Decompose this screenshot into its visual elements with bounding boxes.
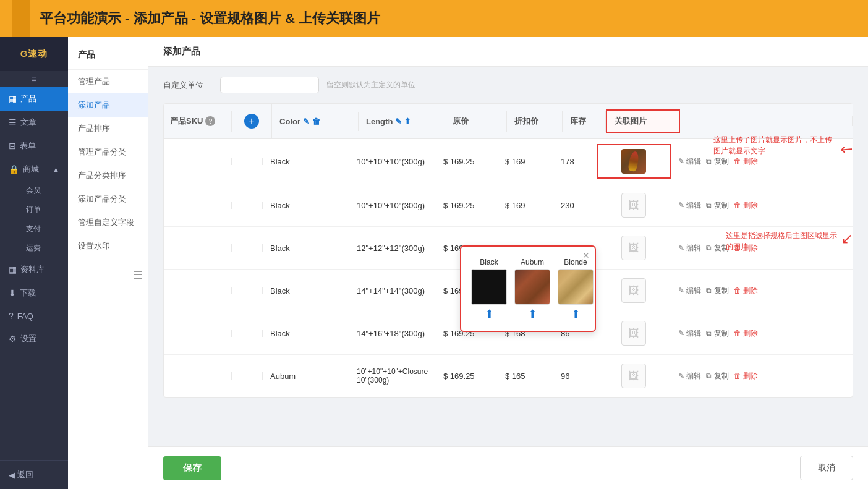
row5-edit-btn[interactable]: ✎ 编辑 bbox=[678, 328, 701, 339]
sidebar-item-product[interactable]: ▦ 产品 bbox=[0, 87, 68, 111]
sidebar-item-label-database: 资料库 bbox=[20, 264, 45, 275]
add-spec-button[interactable]: + bbox=[244, 114, 259, 129]
sub-sidebar-manage-category[interactable]: 管理产品分类 bbox=[68, 140, 148, 164]
row5-empty bbox=[164, 330, 232, 337]
swatch-blonde-box[interactable] bbox=[558, 269, 594, 305]
popup-close-button[interactable]: ✕ bbox=[582, 250, 590, 260]
back-icon: ◀ bbox=[9, 470, 15, 480]
row1-length: 10"+10"+10"(300g) bbox=[349, 153, 436, 170]
sidebar-item-database[interactable]: ▦ 资料库 bbox=[0, 258, 68, 281]
sub-sidebar-product-order[interactable]: 产品排序 bbox=[68, 117, 148, 140]
row6-related-img[interactable]: 🖼 bbox=[597, 360, 671, 392]
swatch-blonde-upload[interactable]: ⬆ bbox=[571, 307, 581, 321]
row1-copy-btn[interactable]: ⧉ 复制 bbox=[706, 156, 728, 167]
sub-sidebar-watermark[interactable]: 设置水印 bbox=[68, 234, 148, 258]
table-row: Black 10"+10"+10"(300g) $ 169.25 $ 169 1… bbox=[164, 139, 853, 184]
sidebar-item-label-article: 文章 bbox=[20, 117, 36, 128]
row5-copy-btn[interactable]: ⧉ 复制 bbox=[706, 328, 728, 339]
row4-empty2 bbox=[232, 287, 263, 294]
swatch-auburn-box[interactable] bbox=[514, 269, 550, 305]
length-upload-icon[interactable]: ⬆ bbox=[404, 117, 411, 125]
row1-related-img[interactable] bbox=[597, 144, 671, 179]
swatch-auburn-label: Aubum bbox=[521, 258, 544, 266]
row2-color: Black bbox=[263, 197, 349, 214]
sub-sidebar-custom-fields[interactable]: 管理自定义字段 bbox=[68, 211, 148, 234]
row5-delete-btn[interactable]: 🗑 删除 bbox=[734, 328, 758, 339]
sub-sidebar-category-order[interactable]: 产品分类排序 bbox=[68, 164, 148, 187]
row1-price: $ 169.25 bbox=[436, 153, 498, 170]
sidebar-sub-order[interactable]: 订单 bbox=[10, 200, 68, 219]
row2-delete-btn[interactable]: 🗑 删除 bbox=[734, 200, 758, 211]
row3-delete-btn[interactable]: 🗑 删除 bbox=[734, 243, 758, 253]
menu-icon[interactable]: ≡ bbox=[0, 71, 68, 87]
row4-edit-btn[interactable]: ✎ 编辑 bbox=[678, 286, 701, 296]
sidebar-item-form[interactable]: ⊟ 表单 bbox=[0, 134, 68, 158]
save-button[interactable]: 保存 bbox=[163, 456, 221, 480]
sidebar-sub-shipping[interactable]: 运费 bbox=[10, 239, 68, 258]
bottom-bar: 保存 取消 bbox=[148, 446, 868, 489]
article-icon: ☰ bbox=[9, 117, 17, 127]
row4-delete-btn[interactable]: 🗑 删除 bbox=[734, 286, 758, 296]
sidebar-item-article[interactable]: ☰ 文章 bbox=[0, 111, 68, 134]
color-edit-icon[interactable]: ✎ bbox=[303, 117, 310, 126]
row1-img-thumb bbox=[621, 149, 646, 174]
sub-sidebar-manage-product[interactable]: 管理产品 bbox=[68, 70, 148, 93]
row2-empty2 bbox=[232, 202, 263, 209]
sidebar-sub-member[interactable]: 会员 bbox=[10, 181, 68, 200]
content-header: 添加产品 bbox=[148, 37, 868, 67]
sku-label: 产品SKU bbox=[170, 116, 203, 127]
row6-edit-btn[interactable]: ✎ 编辑 bbox=[678, 371, 701, 381]
sidebar-item-settings[interactable]: ⚙ 设置 bbox=[0, 327, 68, 351]
row6-delete-btn[interactable]: 🗑 删除 bbox=[734, 371, 758, 381]
main-layout: G速动 ≡ ▦ 产品 ☰ 文章 ⊟ 表单 🔒 商城 ▲ 会员 订单 bbox=[0, 37, 868, 489]
cancel-button[interactable]: 取消 bbox=[800, 456, 853, 480]
img-placeholder: 🖼 bbox=[621, 278, 646, 303]
row6-empty2 bbox=[232, 372, 263, 380]
page-title: 添加产品 bbox=[163, 46, 200, 56]
row4-related-img[interactable]: 🖼 bbox=[597, 274, 671, 307]
row5-empty2 bbox=[232, 330, 263, 337]
faq-icon: ? bbox=[9, 311, 14, 321]
col-header-stock: 库存 bbox=[563, 111, 606, 132]
sub-sidebar: 产品 管理产品 添加产品 产品排序 管理产品分类 产品分类排序 添加产品分类 管… bbox=[68, 37, 148, 489]
row5-related-img[interactable]: 🖼 bbox=[597, 317, 671, 349]
row6-copy-btn[interactable]: ⧉ 复制 bbox=[706, 371, 728, 381]
row1-edit-btn[interactable]: ✎ 编辑 bbox=[678, 156, 701, 167]
row3-edit-btn[interactable]: ✎ 编辑 bbox=[678, 243, 701, 253]
sidebar-item-download[interactable]: ⬇ 下载 bbox=[0, 281, 68, 305]
row6-price: $ 169.25 bbox=[436, 368, 498, 385]
row2-copy-btn[interactable]: ⧉ 复制 bbox=[706, 200, 728, 211]
swatch-auburn-upload[interactable]: ⬆ bbox=[528, 307, 537, 321]
row1-delete-btn[interactable]: 🗑 删除 bbox=[734, 156, 758, 167]
row2-related-img[interactable]: 🖼 bbox=[597, 189, 671, 221]
row2-empty bbox=[164, 202, 232, 209]
sub-sidebar-add-category[interactable]: 添加产品分类 bbox=[68, 187, 148, 211]
row6-actions: ✎ 编辑 ⧉ 复制 🗑 删除 bbox=[671, 367, 853, 385]
sidebar-sub-payment[interactable]: 支付 bbox=[10, 219, 68, 239]
sidebar-item-label-form: 表单 bbox=[20, 140, 36, 151]
row3-copy-btn[interactable]: ⧉ 复制 bbox=[706, 243, 728, 253]
swatch-black-label: Black bbox=[480, 258, 498, 266]
sidebar-item-shop[interactable]: 🔒 商城 ▲ bbox=[0, 158, 68, 181]
sku-help-icon[interactable]: ? bbox=[205, 116, 215, 126]
table-row: Aubum 10"+10"+10"+Closure 10"(300g) $ 16… bbox=[164, 355, 853, 397]
sidebar: G速动 ≡ ▦ 产品 ☰ 文章 ⊟ 表单 🔒 商城 ▲ 会员 订单 bbox=[0, 37, 68, 489]
img-placeholder: 🖼 bbox=[621, 321, 646, 346]
sub-sidebar-add-product[interactable]: 添加产品 bbox=[68, 93, 148, 117]
sidebar-item-faq[interactable]: ? FAQ bbox=[0, 305, 68, 327]
row4-actions: ✎ 编辑 ⧉ 复制 🗑 删除 bbox=[671, 282, 853, 300]
settings-icon: ⚙ bbox=[9, 334, 17, 344]
collapse-icon[interactable]: ☰ bbox=[133, 269, 143, 281]
sidebar-back-button[interactable]: ◀ 返回 bbox=[0, 460, 68, 489]
sidebar-item-label-product: 产品 bbox=[20, 93, 36, 104]
row4-copy-btn[interactable]: ⧉ 复制 bbox=[706, 286, 728, 296]
unit-row: 自定义单位 留空则默认为主定义的单位 bbox=[163, 77, 853, 93]
row2-edit-btn[interactable]: ✎ 编辑 bbox=[678, 200, 701, 211]
img-placeholder: 🖼 bbox=[621, 236, 646, 260]
swatch-black-upload[interactable]: ⬆ bbox=[485, 307, 494, 321]
row3-related-img[interactable]: 🖼 bbox=[597, 232, 671, 264]
color-delete-icon[interactable]: 🗑 bbox=[312, 117, 320, 126]
unit-input[interactable] bbox=[220, 77, 319, 93]
swatch-black-box[interactable] bbox=[471, 269, 507, 305]
length-edit-icon[interactable]: ✎ bbox=[395, 117, 402, 126]
